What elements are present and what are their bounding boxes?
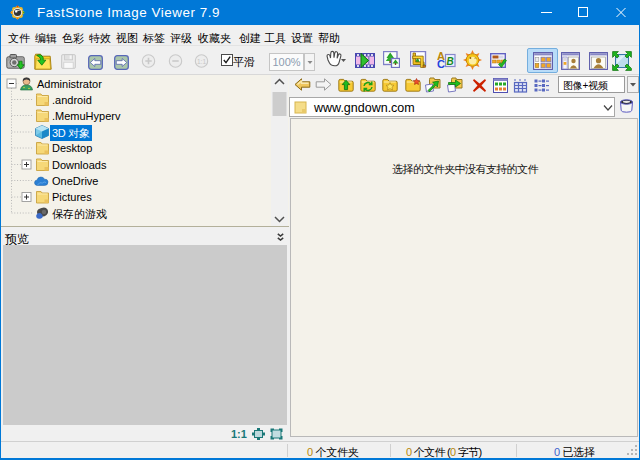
- svg-text:1:1: 1:1: [197, 58, 206, 65]
- svg-text:B: B: [447, 56, 454, 67]
- svg-text:C: C: [437, 58, 445, 69]
